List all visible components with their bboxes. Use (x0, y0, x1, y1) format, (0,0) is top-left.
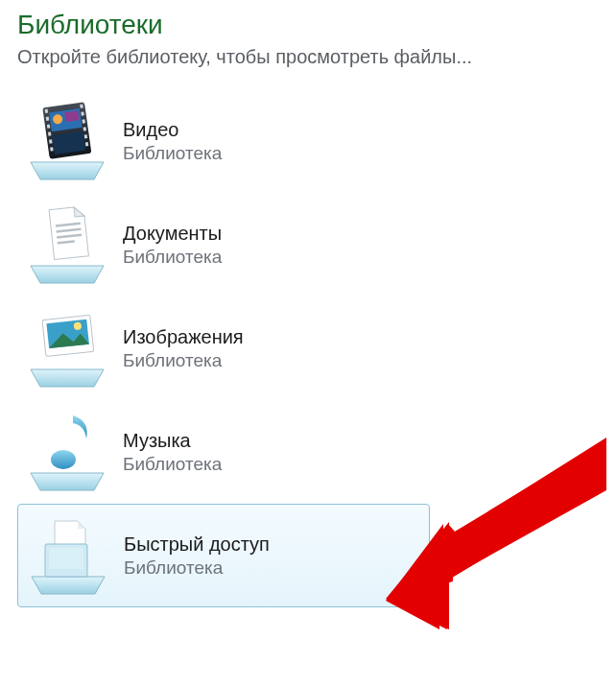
page-subtitle: Откройте библиотеку, чтобы просмотреть ф… (17, 46, 616, 68)
svg-rect-13 (81, 111, 84, 115)
library-item-type: Библиотека (124, 557, 270, 580)
library-item-videos[interactable]: Видео Библиотека (17, 89, 430, 193)
library-item-music[interactable]: Музыка Библиотека (17, 400, 430, 504)
library-item-name: Музыка (123, 429, 222, 453)
video-library-icon (25, 99, 109, 183)
library-item-type: Библиотека (123, 453, 222, 476)
svg-rect-17 (85, 142, 89, 146)
libraries-window: Библиотеки Откройте библиотеку, чтобы пр… (0, 0, 616, 687)
svg-marker-23 (31, 369, 104, 387)
page-title: Библиотеки (17, 10, 616, 40)
library-item-pictures[interactable]: Изображения Библиотека (17, 296, 430, 400)
svg-point-29 (51, 450, 76, 469)
library-item-labels: Музыка Библиотека (123, 429, 222, 476)
svg-rect-4 (64, 110, 79, 122)
library-item-type: Библиотека (123, 246, 222, 269)
svg-rect-7 (46, 117, 50, 121)
library-item-type: Библиотека (123, 142, 222, 165)
library-item-name: Видео (123, 118, 222, 142)
svg-marker-30 (32, 577, 105, 594)
svg-rect-10 (49, 139, 53, 143)
library-item-name: Документы (123, 222, 222, 246)
library-item-name: Изображения (123, 325, 244, 349)
svg-marker-18 (31, 266, 104, 283)
library-item-documents[interactable]: Документы Библиотека (17, 193, 430, 296)
library-item-labels: Изображения Библиотека (123, 325, 244, 372)
library-list: Видео Библиотека (17, 89, 616, 607)
document-library-icon (25, 202, 109, 287)
svg-rect-8 (47, 124, 51, 128)
svg-rect-6 (45, 109, 49, 113)
svg-marker-0 (31, 162, 104, 179)
picture-library-icon (25, 306, 109, 391)
svg-rect-9 (48, 131, 52, 135)
svg-rect-14 (82, 119, 85, 123)
library-item-name: Быстрый доступ (124, 533, 270, 557)
svg-rect-12 (80, 104, 83, 107)
generic-library-icon (26, 513, 110, 598)
library-item-labels: Быстрый доступ Библиотека (124, 533, 270, 580)
library-item-labels: Видео Библиотека (123, 118, 222, 165)
library-item-labels: Документы Библиотека (123, 222, 222, 269)
svg-marker-28 (31, 473, 104, 490)
library-item-quick-access[interactable]: Быстрый доступ Библиотека (17, 504, 430, 607)
svg-rect-16 (84, 134, 88, 138)
library-item-type: Библиотека (123, 349, 244, 372)
svg-rect-33 (49, 548, 83, 569)
music-library-icon (25, 410, 109, 494)
svg-rect-15 (83, 127, 87, 130)
svg-rect-11 (50, 147, 54, 151)
